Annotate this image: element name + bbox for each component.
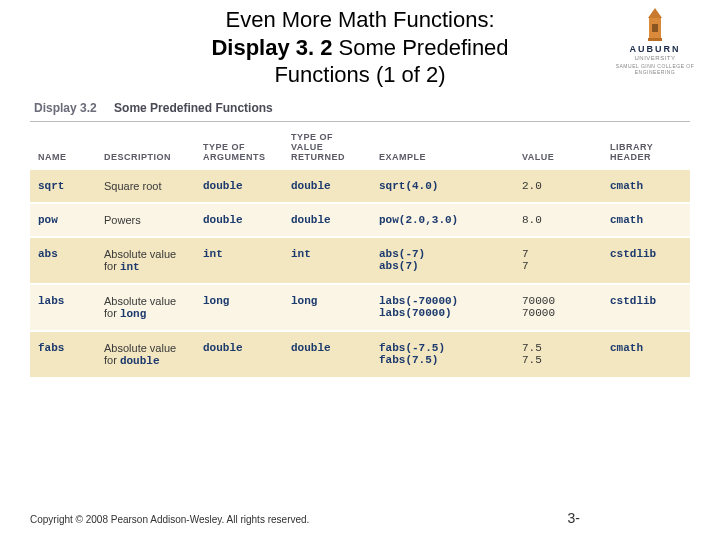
cell-arg: double [195, 203, 283, 237]
svg-rect-3 [652, 24, 658, 32]
table-header-row: NAME DESCRIPTION TYPE OF ARGUMENTS TYPE … [30, 122, 690, 170]
cell-val: 2.0 [514, 170, 602, 203]
cell-desc-text: Absolute value for [104, 248, 176, 272]
cell-lib: cstdlib [602, 237, 690, 284]
svg-marker-2 [648, 8, 662, 18]
cell-desc-kw: double [120, 355, 160, 367]
title-line-1: Even More Math Functions: [96, 6, 624, 34]
slide-footer: Copyright © 2008 Pearson Addison-Wesley.… [30, 510, 690, 526]
cell-ret: int [283, 237, 371, 284]
cell-val: 8.0 [514, 203, 602, 237]
th-example: EXAMPLE [371, 122, 514, 170]
cell-val: 7.5 7.5 [514, 331, 602, 378]
copyright-text: Copyright © 2008 Pearson Addison-Wesley.… [30, 514, 309, 525]
table-row: sqrt Square root double double sqrt(4.0)… [30, 170, 690, 203]
table-row: abs Absolute value for int int int abs(-… [30, 237, 690, 284]
cell-name: labs [30, 284, 96, 331]
cell-ex: pow(2.0,3.0) [371, 203, 514, 237]
cell-arg: double [195, 331, 283, 378]
cell-ret: long [283, 284, 371, 331]
th-library: LIBRARY HEADER [602, 122, 690, 170]
cell-desc: Powers [96, 203, 195, 237]
cell-ex: sqrt(4.0) [371, 170, 514, 203]
cell-lib: cmath [602, 331, 690, 378]
th-name: NAME [30, 122, 96, 170]
cell-arg: long [195, 284, 283, 331]
slide-title: Even More Math Functions: Display 3. 2 S… [96, 6, 624, 89]
th-value: VALUE [514, 122, 602, 170]
cell-val: 70000 70000 [514, 284, 602, 331]
logo-college: SAMUEL GINN COLLEGE OF ENGINEERING [610, 63, 700, 75]
table-body: sqrt Square root double double sqrt(4.0)… [30, 170, 690, 378]
cell-ret: double [283, 203, 371, 237]
cell-ret: double [283, 170, 371, 203]
page-number: 3- [568, 510, 690, 526]
title-display-label: Display 3. 2 [211, 35, 332, 60]
cell-desc: Absolute value for long [96, 284, 195, 331]
svg-rect-1 [648, 38, 662, 41]
table-row: fabs Absolute value for double double do… [30, 331, 690, 378]
caption-title: Some Predefined Functions [114, 101, 273, 115]
cell-lib: cmath [602, 203, 690, 237]
logo-name: AUBURN [610, 44, 700, 54]
cell-name: abs [30, 237, 96, 284]
table-caption: Display 3.2 Some Predefined Functions [30, 97, 690, 122]
th-description: DESCRIPTION [96, 122, 195, 170]
cell-desc: Absolute value for int [96, 237, 195, 284]
title-line-2-rest: Some Predefined [332, 35, 508, 60]
cell-ex: abs(-7) abs(7) [371, 237, 514, 284]
table-row: labs Absolute value for long long long l… [30, 284, 690, 331]
logo-university: UNIVERSITY [610, 55, 700, 61]
th-arg-type: TYPE OF ARGUMENTS [195, 122, 283, 170]
tower-icon [639, 6, 671, 42]
cell-name: pow [30, 203, 96, 237]
cell-arg: int [195, 237, 283, 284]
cell-desc-kw: long [120, 308, 146, 320]
functions-table-wrap: Display 3.2 Some Predefined Functions NA… [30, 97, 690, 379]
caption-label: Display 3.2 [34, 101, 97, 115]
table-row: pow Powers double double pow(2.0,3.0) 8.… [30, 203, 690, 237]
cell-ret: double [283, 331, 371, 378]
cell-val: 7 7 [514, 237, 602, 284]
title-line-3: Functions (1 of 2) [96, 61, 624, 89]
cell-lib: cmath [602, 170, 690, 203]
th-return-type: TYPE OF VALUE RETURNED [283, 122, 371, 170]
cell-name: sqrt [30, 170, 96, 203]
cell-desc: Absolute value for double [96, 331, 195, 378]
functions-table: NAME DESCRIPTION TYPE OF ARGUMENTS TYPE … [30, 122, 690, 379]
cell-lib: cstdlib [602, 284, 690, 331]
cell-ex: fabs(-7.5) fabs(7.5) [371, 331, 514, 378]
cell-name: fabs [30, 331, 96, 378]
slide: AUBURN UNIVERSITY SAMUEL GINN COLLEGE OF… [0, 0, 720, 540]
cell-desc-kw: int [120, 261, 140, 273]
auburn-logo: AUBURN UNIVERSITY SAMUEL GINN COLLEGE OF… [610, 6, 700, 75]
cell-ex: labs(-70000) labs(70000) [371, 284, 514, 331]
cell-desc: Square root [96, 170, 195, 203]
title-line-2: Display 3. 2 Some Predefined [96, 34, 624, 62]
cell-arg: double [195, 170, 283, 203]
